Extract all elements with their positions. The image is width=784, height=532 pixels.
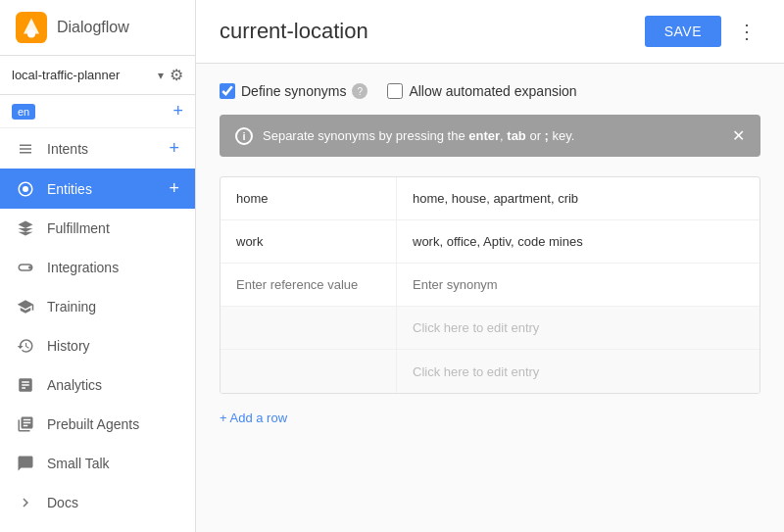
entities-add-icon[interactable]: + bbox=[169, 178, 179, 199]
entity-ref-click-2 bbox=[220, 350, 397, 393]
sidebar-item-training[interactable]: Training bbox=[0, 287, 195, 326]
click-to-edit-text-2: Click here to edit entry bbox=[413, 364, 539, 379]
entity-ref-input[interactable] bbox=[220, 264, 397, 306]
entity-ref-click-1 bbox=[220, 307, 397, 349]
entities-icon bbox=[16, 179, 35, 199]
entity-ref-work: work bbox=[220, 220, 397, 263]
small-talk-icon bbox=[16, 454, 35, 473]
table-row-click-1[interactable]: Click here to edit entry bbox=[220, 307, 760, 350]
info-banner: i Separate synonyms by pressing the ente… bbox=[220, 115, 760, 157]
more-options-icon[interactable]: ⋮ bbox=[733, 16, 760, 47]
main-header: current-location SAVE ⋮ bbox=[196, 0, 784, 64]
click-to-edit-text-1: Click here to edit entry bbox=[413, 320, 539, 335]
options-row: Define synonyms ? Allow automated expans… bbox=[220, 83, 760, 99]
logo-area: Dialogflow bbox=[0, 0, 195, 56]
sidebar: Dialogflow local-traffic-planner ▾ ⚙ en … bbox=[0, 0, 196, 532]
entity-synonyms-work: work, office, Aptiv, code mines bbox=[397, 220, 760, 263]
language-row: en + bbox=[0, 95, 195, 128]
prebuilt-agents-icon bbox=[16, 414, 35, 434]
analytics-icon bbox=[16, 375, 35, 395]
synonyms-help-icon[interactable]: ? bbox=[352, 83, 368, 99]
sidebar-label-history: History bbox=[47, 338, 90, 354]
info-banner-close-icon[interactable]: ✕ bbox=[732, 126, 745, 145]
main-content: Define synonyms ? Allow automated expans… bbox=[196, 64, 784, 532]
add-language-icon[interactable]: + bbox=[172, 101, 183, 121]
intents-add-icon[interactable]: + bbox=[169, 138, 179, 159]
table-row[interactable]: work work, office, Aptiv, code mines bbox=[220, 220, 760, 264]
info-icon: i bbox=[235, 127, 253, 145]
allow-expansion-input[interactable] bbox=[387, 83, 403, 99]
agent-name: local-traffic-planner bbox=[12, 68, 152, 82]
sidebar-label-analytics: Analytics bbox=[47, 377, 102, 393]
sidebar-item-small-talk[interactable]: Small Talk bbox=[0, 444, 195, 483]
language-badge[interactable]: en bbox=[12, 104, 35, 120]
sidebar-label-intents: Intents bbox=[47, 141, 88, 157]
synonym-input[interactable] bbox=[413, 277, 744, 292]
page-title: current-location bbox=[220, 19, 633, 44]
sidebar-item-docs[interactable]: Docs bbox=[0, 483, 195, 522]
sidebar-nav: Intents + Entities + Fulfillment Integra… bbox=[0, 128, 195, 532]
svg-point-3 bbox=[23, 186, 28, 192]
intents-icon bbox=[16, 139, 35, 159]
sidebar-item-history[interactable]: History bbox=[0, 326, 195, 365]
sidebar-item-fulfillment[interactable]: Fulfillment bbox=[0, 209, 195, 248]
integrations-icon bbox=[16, 258, 35, 277]
sidebar-item-intents[interactable]: Intents + bbox=[0, 128, 195, 169]
info-banner-text: Separate synonyms by pressing the enter,… bbox=[263, 128, 722, 143]
sidebar-label-fulfillment: Fulfillment bbox=[47, 220, 110, 236]
sidebar-item-entities[interactable]: Entities + bbox=[0, 169, 195, 209]
sidebar-label-prebuilt-agents: Prebuilt Agents bbox=[47, 416, 139, 432]
add-row-link[interactable]: + Add a row bbox=[220, 411, 287, 425]
agent-settings-icon[interactable]: ⚙ bbox=[170, 66, 183, 84]
table-row[interactable]: home home, house, apartment, crib bbox=[220, 177, 760, 220]
dialogflow-logo-icon bbox=[16, 12, 47, 43]
history-icon bbox=[16, 336, 35, 356]
svg-point-2 bbox=[27, 29, 35, 37]
sidebar-label-docs: Docs bbox=[47, 495, 78, 510]
define-synonyms-input[interactable] bbox=[220, 83, 235, 99]
allow-expansion-label: Allow automated expansion bbox=[409, 83, 576, 99]
save-button[interactable]: SAVE bbox=[645, 16, 721, 47]
entity-synonyms-click-2: Click here to edit entry bbox=[397, 350, 760, 393]
sidebar-label-integrations: Integrations bbox=[47, 260, 119, 275]
allow-expansion-checkbox[interactable]: Allow automated expansion bbox=[387, 83, 576, 99]
sidebar-item-analytics[interactable]: Analytics bbox=[0, 365, 195, 405]
sidebar-item-integrations[interactable]: Integrations bbox=[0, 248, 195, 287]
sidebar-label-training: Training bbox=[47, 299, 96, 314]
main-area: current-location SAVE ⋮ Define synonyms … bbox=[196, 0, 784, 532]
entity-ref-home: home bbox=[220, 177, 397, 219]
sidebar-label-entities: Entities bbox=[47, 181, 92, 197]
entity-synonyms-home: home, house, apartment, crib bbox=[397, 177, 760, 219]
fulfillment-icon bbox=[16, 218, 35, 238]
entity-synonyms-click-1: Click here to edit entry bbox=[397, 307, 760, 349]
entity-synonym-input[interactable] bbox=[397, 264, 760, 306]
training-icon bbox=[16, 297, 35, 316]
define-synonyms-checkbox[interactable]: Define synonyms ? bbox=[220, 83, 368, 99]
ref-value-input[interactable] bbox=[236, 277, 380, 292]
entity-table: home home, house, apartment, crib work w… bbox=[220, 176, 760, 394]
sidebar-item-prebuilt-agents[interactable]: Prebuilt Agents bbox=[0, 405, 195, 444]
define-synonyms-label: Define synonyms bbox=[241, 83, 346, 99]
sidebar-label-small-talk: Small Talk bbox=[47, 456, 110, 471]
agent-selector[interactable]: local-traffic-planner ▾ ⚙ bbox=[0, 56, 195, 95]
table-row-input bbox=[220, 264, 760, 307]
table-row-click-2[interactable]: Click here to edit entry bbox=[220, 350, 760, 393]
docs-icon bbox=[16, 493, 35, 512]
agent-dropdown-icon[interactable]: ▾ bbox=[158, 69, 164, 82]
app-name: Dialogflow bbox=[57, 19, 129, 36]
